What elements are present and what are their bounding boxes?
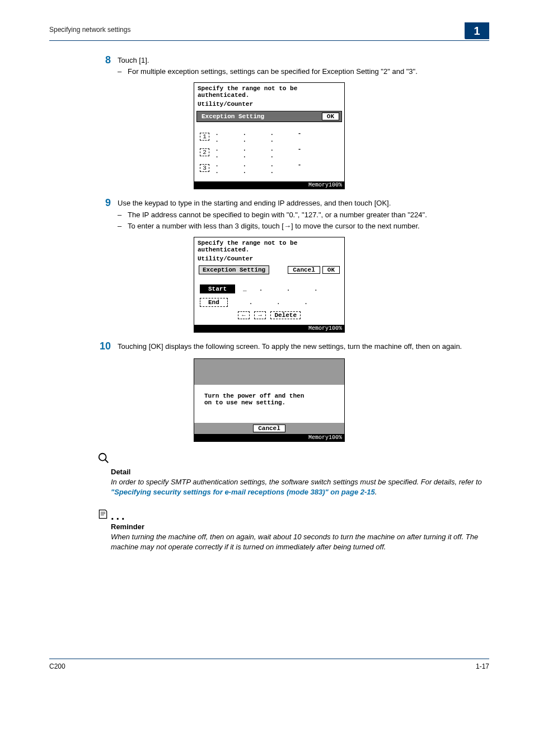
header-rule (49, 40, 489, 41)
magnifier-icon (97, 452, 489, 466)
ok-button[interactable]: OK (322, 113, 339, 120)
step-10-number: 10 (88, 340, 118, 353)
cancel-button[interactable]: Cancel (253, 424, 285, 432)
reminder-heading: Reminder (111, 522, 489, 531)
step-9-bullet-2: To enter a number with less than 3 digit… (128, 221, 489, 231)
bullet-dash: – (118, 67, 128, 77)
step-8-text: Touch [1]. (118, 55, 489, 66)
delete-button[interactable]: Delete (270, 311, 301, 319)
exception-setting-title: Exception Setting (199, 265, 269, 274)
reminder-body: When turning the machine off, then on ag… (111, 532, 489, 552)
svg-point-0 (99, 453, 106, 460)
arrow-left-button[interactable]: ← (238, 311, 250, 319)
screenshot-exception-setting-entry: Specify the range not to beauthenticated… (194, 237, 345, 333)
exception-row-2-button[interactable]: 2 (200, 148, 209, 156)
end-button[interactable]: End (200, 298, 228, 307)
memory-status: Memory100% (194, 434, 344, 441)
step-9-number: 9 (88, 197, 118, 209)
detail-heading: Detail (111, 468, 489, 476)
cross-reference-link[interactable]: "Specifying security settings for e-mail… (111, 488, 375, 496)
ok-button[interactable]: OK (322, 266, 340, 274)
running-title: Specifying network settings (49, 22, 130, 34)
chapter-number-tab: 1 (465, 22, 489, 39)
step-9-text: Use the keypad to type in the starting a… (118, 198, 489, 208)
screenshot-exception-setting-list: Specify the range not to beauthenticated… (194, 82, 345, 189)
detail-body: In order to specify SMTP authentication … (111, 477, 489, 497)
footer-page-number: 1-17 (476, 662, 489, 670)
step-8-number: 8 (88, 54, 118, 67)
step-9-bullet-1: The IP address cannot be specified to be… (128, 210, 489, 220)
bullet-dash: – (118, 221, 128, 231)
arrow-right-button[interactable]: → (254, 311, 266, 319)
exception-row-1-button[interactable]: 1 (200, 133, 209, 141)
exception-setting-title: Exception Setting (199, 113, 266, 120)
start-button[interactable]: Start (200, 284, 235, 293)
memory-status: Memory100% (194, 325, 344, 332)
step-8-bullet: For multiple exception settings, setting… (128, 67, 489, 77)
cancel-button[interactable]: Cancel (288, 266, 320, 274)
svg-line-1 (105, 459, 109, 463)
step-10-text: Touching [OK] displays the following scr… (118, 342, 489, 352)
footer-model: C200 (49, 662, 65, 670)
exception-row-3-button[interactable]: 3 (200, 164, 209, 172)
note-icon: ... (97, 508, 127, 521)
screenshot-power-off-prompt: Turn the power off and thenon to use new… (194, 358, 345, 442)
bullet-dash: – (118, 210, 128, 220)
memory-status: Memory100% (194, 181, 344, 189)
